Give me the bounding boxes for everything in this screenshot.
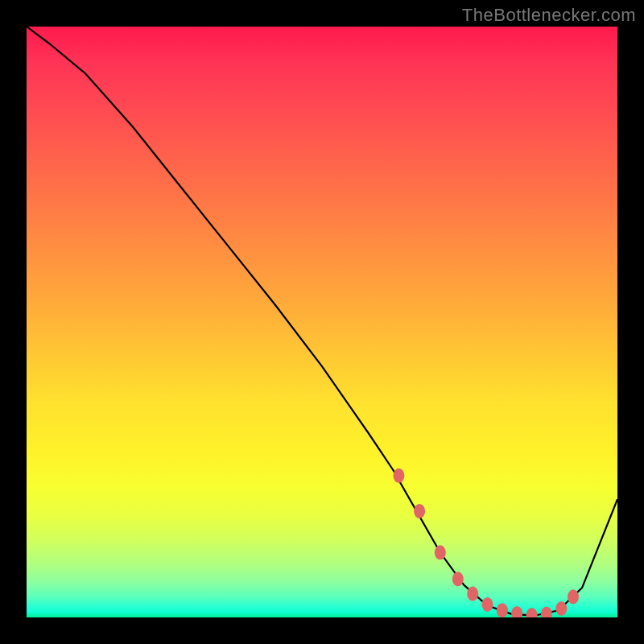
chart-svg	[27, 27, 617, 617]
marker-point	[511, 606, 522, 617]
chart-frame: TheBottlenecker.com	[0, 0, 644, 644]
marker-point	[555, 601, 567, 616]
marker-point	[452, 572, 464, 586]
marker-point	[568, 589, 579, 604]
bottleneck-curve	[27, 27, 617, 616]
marker-point	[482, 597, 493, 612]
marker-point	[541, 607, 552, 617]
plot-area	[27, 27, 617, 617]
marker-point	[526, 608, 538, 617]
marker-point	[393, 469, 404, 483]
marker-point	[467, 587, 478, 601]
watermark-text: TheBottlenecker.com	[462, 5, 636, 26]
optimal-zone-markers	[393, 469, 579, 617]
marker-point	[497, 603, 508, 617]
marker-point	[435, 545, 446, 559]
marker-point	[414, 504, 425, 518]
